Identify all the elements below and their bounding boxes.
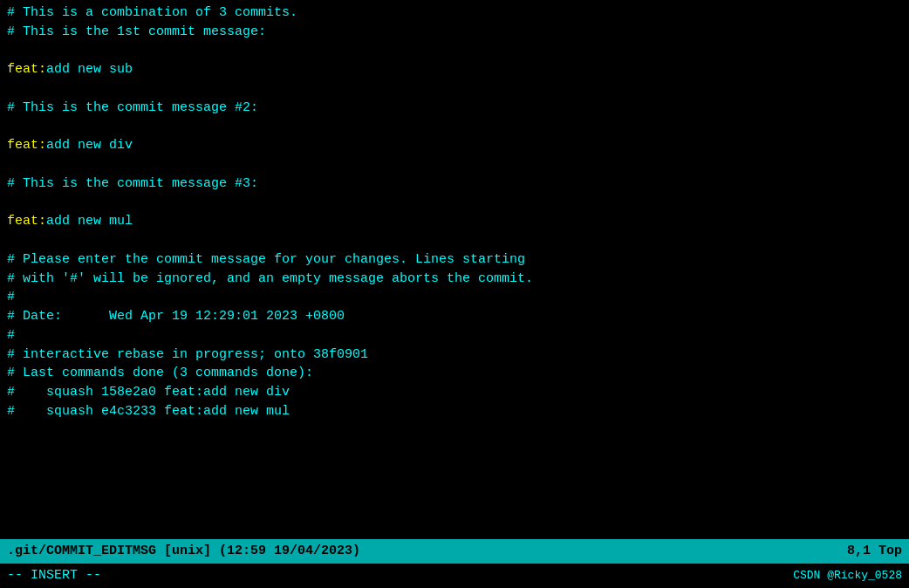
feat-value: add new sub — [46, 62, 133, 77]
empty-line — [7, 79, 902, 99]
feat-label: feat: — [7, 214, 46, 229]
feat-value: add new mul — [46, 214, 133, 229]
comment-line: # This is the 1st commit message: — [7, 23, 902, 42]
comment-line: # Date: Wed Apr 19 12:29:01 2023 +0800 — [7, 307, 902, 326]
insert-bar: -- INSERT -- CSDN @Ricky_0528 — [0, 564, 909, 588]
comment-line: # with '#' will be ignored, and an empty… — [7, 270, 902, 289]
comment-line: # Last commands done (3 commands done): — [7, 364, 902, 383]
comment-line: # interactive rebase in progress; onto 3… — [7, 345, 902, 365]
status-left: .git/COMMIT_EDITMSG [unix] (12:59 19/04/… — [7, 542, 360, 561]
empty-line — [7, 118, 902, 137]
empty-line — [7, 194, 902, 213]
feat-value: add new div — [46, 138, 133, 153]
editor-area[interactable]: # This is a combination of 3 commits.# T… — [0, 0, 909, 539]
status-right: 8,1 Top — [847, 542, 902, 561]
comment-line: # This is a combination of 3 commits. — [7, 3, 902, 23]
insert-mode: -- INSERT -- — [7, 566, 101, 585]
empty-line — [7, 155, 902, 174]
comment-line: # This is the commit message #2: — [7, 99, 902, 118]
feat-label: feat: — [7, 138, 46, 153]
comment-line: # squash 158e2a0 feat:add new div — [7, 383, 902, 402]
empty-line — [7, 42, 902, 61]
feat-label: feat: — [7, 62, 46, 77]
comment-line: # This is the commit message #3: — [7, 174, 902, 194]
status-bar: .git/COMMIT_EDITMSG [unix] (12:59 19/04/… — [0, 539, 909, 564]
feat-line: feat:add new sub — [7, 60, 902, 79]
comment-line: # Please enter the commit message for yo… — [7, 250, 902, 270]
empty-line — [7, 231, 902, 250]
feat-line: feat:add new div — [7, 136, 902, 155]
feat-line: feat:add new mul — [7, 212, 902, 231]
comment-line: # — [7, 326, 902, 345]
comment-line: # squash e4c3233 feat:add new mul — [7, 402, 902, 421]
comment-line: # — [7, 288, 902, 307]
csdn-label: CSDN @Ricky_0528 — [793, 568, 902, 585]
